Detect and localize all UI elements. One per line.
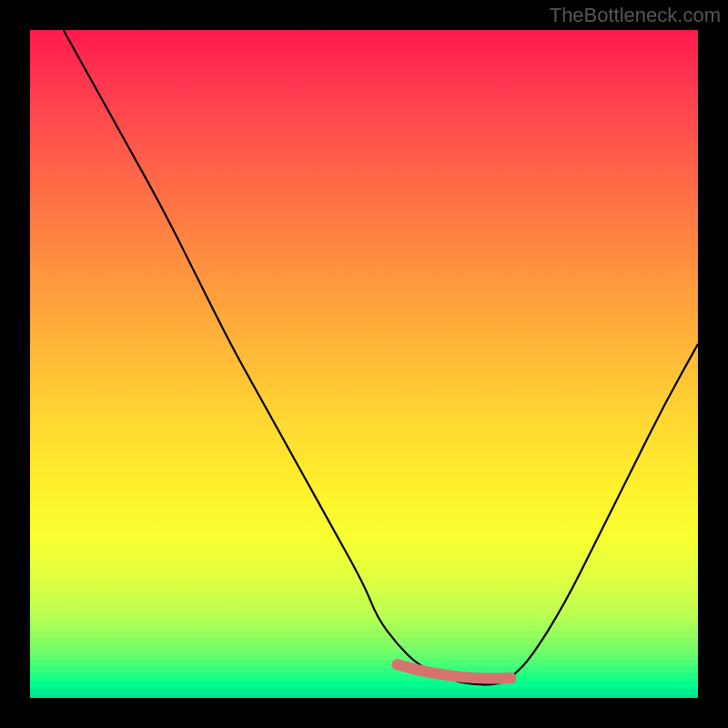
optimal-range-marker	[398, 664, 511, 678]
bottleneck-curve-line	[64, 30, 698, 684]
watermark-text: TheBottleneck.com	[550, 4, 721, 27]
optimal-start-dot	[392, 659, 403, 670]
chart-svg	[30, 30, 698, 698]
chart-plot-area	[30, 30, 698, 698]
